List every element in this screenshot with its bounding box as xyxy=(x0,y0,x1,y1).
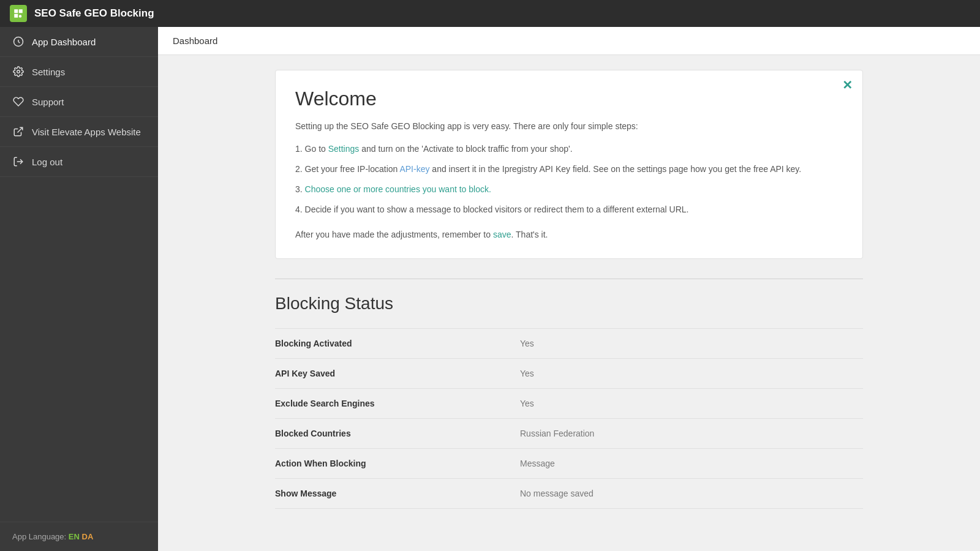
status-label-1: API Key Saved xyxy=(275,369,520,378)
step-num-1: 1. xyxy=(295,144,303,154)
status-table: Blocking Activated Yes API Key Saved Yes… xyxy=(275,328,863,509)
section-divider xyxy=(275,279,863,279)
sidebar-label-visit: Visit Elevate Apps Website xyxy=(32,127,141,137)
status-row-action: Action When Blocking Message xyxy=(275,448,863,478)
sidebar-label-logout: Log out xyxy=(32,157,62,167)
api-key-link: API-key xyxy=(399,164,429,174)
support-icon xyxy=(12,96,24,108)
main-content: ✕ Welcome Setting up the SEO Safe GEO Bl… xyxy=(158,55,980,551)
sidebar-label-dashboard: App Dashboard xyxy=(32,37,96,47)
welcome-card: ✕ Welcome Setting up the SEO Safe GEO Bl… xyxy=(275,70,863,259)
app-logo xyxy=(10,5,27,22)
svg-line-2 xyxy=(18,127,23,132)
welcome-footer: After you have made the adjustments, rem… xyxy=(295,228,843,241)
language-label: App Language: xyxy=(12,532,69,541)
main-layout: App Dashboard Settings Support xyxy=(0,27,980,551)
language-selector: App Language: EN DA xyxy=(0,522,158,551)
external-icon xyxy=(12,126,24,138)
sidebar-item-settings[interactable]: Settings xyxy=(0,57,158,87)
welcome-steps: 1. Go to Settings and turn on the 'Activ… xyxy=(295,143,843,216)
step-1: 1. Go to Settings and turn on the 'Activ… xyxy=(295,143,843,156)
sidebar-item-visit[interactable]: Visit Elevate Apps Website xyxy=(0,117,158,147)
sidebar: App Dashboard Settings Support xyxy=(0,27,158,551)
page-title: Dashboard xyxy=(158,27,980,55)
step-3: 3. Choose one or more countries you want… xyxy=(295,183,843,196)
status-row-blocked-countries: Blocked Countries Russian Federation xyxy=(275,418,863,448)
sidebar-label-settings: Settings xyxy=(32,67,65,77)
status-value-3: Russian Federation xyxy=(520,429,594,438)
svg-point-1 xyxy=(17,70,20,73)
settings-icon xyxy=(12,66,24,78)
lang-da[interactable]: DA xyxy=(82,532,94,541)
dashboard-icon xyxy=(12,36,24,48)
status-label-4: Action When Blocking xyxy=(275,459,520,468)
blocking-status-title: Blocking Status xyxy=(275,294,863,313)
settings-link[interactable]: Settings xyxy=(328,144,360,154)
lang-en[interactable]: EN xyxy=(69,532,80,541)
blocking-status-section: Blocking Status Blocking Activated Yes A… xyxy=(275,294,863,509)
choose-countries-link: Choose one or more countries you want to… xyxy=(305,184,491,194)
sidebar-label-support: Support xyxy=(32,97,64,107)
welcome-intro: Setting up the SEO Safe GEO Blocking app… xyxy=(295,120,843,133)
status-label-0: Blocking Activated xyxy=(275,339,520,348)
app-header: SEO Safe GEO Blocking xyxy=(0,0,980,27)
sidebar-item-logout[interactable]: Log out xyxy=(0,147,158,177)
status-row-blocking-activated: Blocking Activated Yes xyxy=(275,328,863,358)
status-label-5: Show Message xyxy=(275,489,520,498)
sidebar-item-dashboard[interactable]: App Dashboard xyxy=(0,27,158,57)
sidebar-item-support[interactable]: Support xyxy=(0,87,158,117)
main-area: Dashboard ✕ Welcome Setting up the SEO S… xyxy=(158,27,980,551)
status-value-1: Yes xyxy=(520,369,534,378)
status-label-2: Exclude Search Engines xyxy=(275,399,520,408)
status-row-show-message: Show Message No message saved xyxy=(275,478,863,509)
status-value-2: Yes xyxy=(520,399,534,408)
step-4: 4. Decide if you want to show a message … xyxy=(295,203,843,216)
app-title: SEO Safe GEO Blocking xyxy=(34,7,154,20)
logo-icon xyxy=(13,8,24,19)
status-value-4: Message xyxy=(520,459,555,468)
status-value-0: Yes xyxy=(520,339,534,348)
welcome-title: Welcome xyxy=(295,88,843,110)
status-row-exclude-search: Exclude Search Engines Yes xyxy=(275,388,863,418)
save-link[interactable]: save xyxy=(493,230,511,239)
logout-icon xyxy=(12,156,24,168)
step-2: 2. Get your free IP-location API-key and… xyxy=(295,163,843,176)
status-label-3: Blocked Countries xyxy=(275,429,520,438)
close-button[interactable]: ✕ xyxy=(842,79,853,91)
status-value-5: No message saved xyxy=(520,489,594,498)
status-row-api-key: API Key Saved Yes xyxy=(275,358,863,388)
